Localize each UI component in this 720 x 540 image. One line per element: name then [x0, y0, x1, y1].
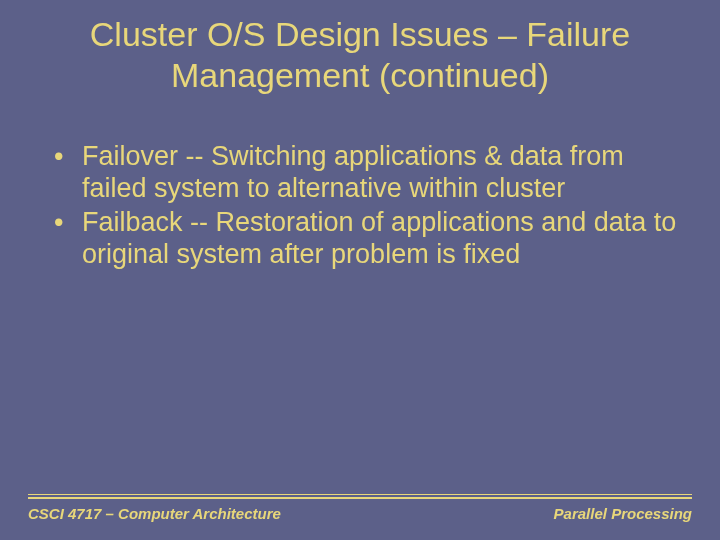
divider [28, 494, 692, 495]
list-item: Failover -- Switching applications & dat… [54, 141, 684, 205]
footer: CSCI 4717 – Computer Architecture Parall… [28, 494, 692, 522]
divider [28, 497, 692, 499]
footer-right: Parallel Processing [554, 505, 692, 522]
slide: Cluster O/S Design Issues – Failure Mana… [0, 0, 720, 540]
footer-row: CSCI 4717 – Computer Architecture Parall… [28, 505, 692, 522]
slide-title: Cluster O/S Design Issues – Failure Mana… [36, 14, 684, 97]
bullet-list: Failover -- Switching applications & dat… [36, 141, 684, 270]
list-item: Failback -- Restoration of applications … [54, 207, 684, 271]
footer-left: CSCI 4717 – Computer Architecture [28, 505, 281, 522]
